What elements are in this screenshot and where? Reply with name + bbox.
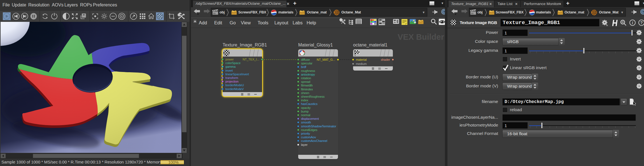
svg-text:i: i xyxy=(632,21,633,25)
svg-text:?: ? xyxy=(640,20,643,25)
